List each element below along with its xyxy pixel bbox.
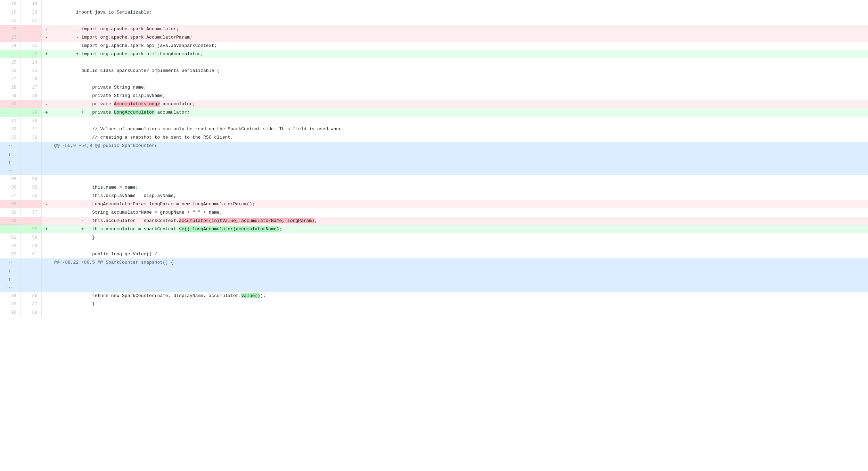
- diff-sign: [42, 208, 51, 217]
- diff-line-row: 2020 import java.io.Serializable;: [0, 8, 868, 17]
- new-line-number: 32: [21, 133, 42, 142]
- new-line-number: 56: [21, 192, 42, 200]
- new-line-number: 20: [21, 8, 42, 17]
- expand-up-arrow[interactable]: ↑: [8, 158, 11, 167]
- new-line-number: [21, 33, 42, 42]
- new-line-number: 87: [21, 300, 42, 308]
- new-line-number: 26: [21, 75, 42, 83]
- code-line: [51, 242, 868, 250]
- new-line-number: 29: [21, 108, 42, 117]
- code-line: this.displayName = displayName;: [51, 192, 868, 200]
- diff-sign: -: [42, 100, 51, 108]
- diff-sign: +: [42, 225, 51, 233]
- old-line-number: [0, 108, 21, 117]
- old-line-number: 62: [0, 242, 21, 250]
- code-line: public long getValue() {: [51, 250, 868, 258]
- new-line-number: 61: [21, 250, 42, 258]
- diff-line-row: 3130: [0, 117, 868, 125]
- code-line: import org.apache.spark.api.java.JavaSpa…: [51, 42, 868, 50]
- diff-sign: [42, 83, 51, 92]
- new-line-number: 24: [21, 58, 42, 67]
- code-line: // creating a snapshot to be sent to the…: [51, 133, 868, 142]
- diff-sign: [42, 308, 51, 317]
- old-line-number: 29: [0, 92, 21, 100]
- diff-sign: [42, 233, 51, 242]
- diff-line-row: 9088: [0, 308, 868, 317]
- new-line-number: [21, 217, 42, 225]
- old-line-number: [0, 225, 21, 233]
- code-line: [51, 58, 868, 67]
- new-line-number: [21, 25, 42, 33]
- old-line-number: 27: [0, 75, 21, 83]
- code-line: return new SparkCounter(name, displayNam…: [51, 292, 868, 300]
- old-line-number: 89: [0, 300, 21, 308]
- old-line-number: 24: [0, 42, 21, 50]
- new-line-number: 25: [21, 67, 42, 75]
- diff-line-row: 1919: [0, 0, 868, 8]
- old-line-number: 25: [0, 58, 21, 67]
- code-line: String accumulatorName = groupName + "_"…: [51, 208, 868, 217]
- diff-sign: [42, 117, 51, 125]
- code-line: + import org.apache.spark.util.LongAccum…: [51, 50, 868, 58]
- new-line-number: 31: [21, 125, 42, 133]
- new-line-number: 21: [21, 17, 42, 25]
- diff-sign: +: [42, 50, 51, 58]
- code-line: }: [51, 300, 868, 308]
- new-line-number: 54: [21, 175, 42, 183]
- diff-line-row: 6361 public long getValue() {: [0, 250, 868, 258]
- old-line-number: 90: [0, 308, 21, 317]
- code-line: private String name;: [51, 83, 868, 92]
- old-line-number: 57: [0, 192, 21, 200]
- old-line-number: 60: [0, 217, 21, 225]
- expand-down-arrow[interactable]: ↓: [8, 267, 11, 275]
- expand-up-arrow[interactable]: ↑: [8, 275, 11, 283]
- new-line-number: 60: [21, 242, 42, 250]
- hunk-row: ···↓↑···@@ -88,22 +86,5 @@ SparkCounter …: [0, 258, 868, 292]
- diff-sign: [42, 183, 51, 192]
- code-line: [51, 17, 868, 25]
- old-line-number: 21: [0, 17, 21, 25]
- diff-sign: [42, 242, 51, 250]
- code-line: }: [51, 233, 868, 242]
- diff-sign: [42, 300, 51, 308]
- diff-line-row: 2726: [0, 75, 868, 83]
- diff-sign: [42, 17, 51, 25]
- diff-line-row: 2827 private String name;: [0, 83, 868, 92]
- diff-sign: [42, 133, 51, 142]
- old-line-number: 20: [0, 8, 21, 17]
- new-line-number: 27: [21, 83, 42, 92]
- diff-line-row: 23+ + import org.apache.spark.util.LongA…: [0, 50, 868, 58]
- diff-line-row: 5554: [0, 175, 868, 183]
- diff-sign: [42, 292, 51, 300]
- new-line-number: 22: [21, 42, 42, 50]
- old-line-number: 30: [0, 100, 21, 108]
- diff-line-row: 30- - private Accumulator<Long> accumula…: [0, 100, 868, 108]
- new-line-number: 30: [21, 117, 42, 125]
- diff-sign: -: [42, 33, 51, 42]
- new-line-number: 23: [21, 50, 42, 58]
- code-line: [51, 75, 868, 83]
- code-line: public class SparkCounter implements Ser…: [51, 67, 868, 75]
- hunk-row: ···↓↑···@@ -55,9 +54,8 @@ public SparkCo…: [0, 142, 868, 175]
- expand-dots-up: ···: [6, 258, 13, 267]
- old-line-number: 61: [0, 233, 21, 242]
- hunk-header: @@ -88,22 +86,5 @@ SparkCounter snapshot…: [51, 258, 868, 292]
- old-line-number: 88: [0, 292, 21, 300]
- diff-line-row: 3231 // Values of accumulators can only …: [0, 125, 868, 133]
- expand-dots-up: ···: [6, 142, 13, 150]
- code-line: + private LongAccumulator accumulator;: [51, 108, 868, 117]
- old-line-number: 31: [0, 117, 21, 125]
- code-line: this.name = name;: [51, 183, 868, 192]
- code-line: [51, 0, 868, 8]
- expand-down-arrow[interactable]: ↓: [8, 150, 11, 158]
- code-line: + this.accumulator = sparkContext.sc().l…: [51, 225, 868, 233]
- code-line: [51, 308, 868, 317]
- diff-line-row: 6260: [0, 242, 868, 250]
- diff-line-row: 58- - LongAccumulatorParam longParam = n…: [0, 200, 868, 208]
- code-line: [51, 117, 868, 125]
- diff-line-row: 58+ + this.accumulator = sparkContext.sc…: [0, 225, 868, 233]
- old-line-number: 56: [0, 183, 21, 192]
- diff-line-row: 5655 this.name = name;: [0, 183, 868, 192]
- old-line-number: 26: [0, 67, 21, 75]
- diff-sign: [42, 250, 51, 258]
